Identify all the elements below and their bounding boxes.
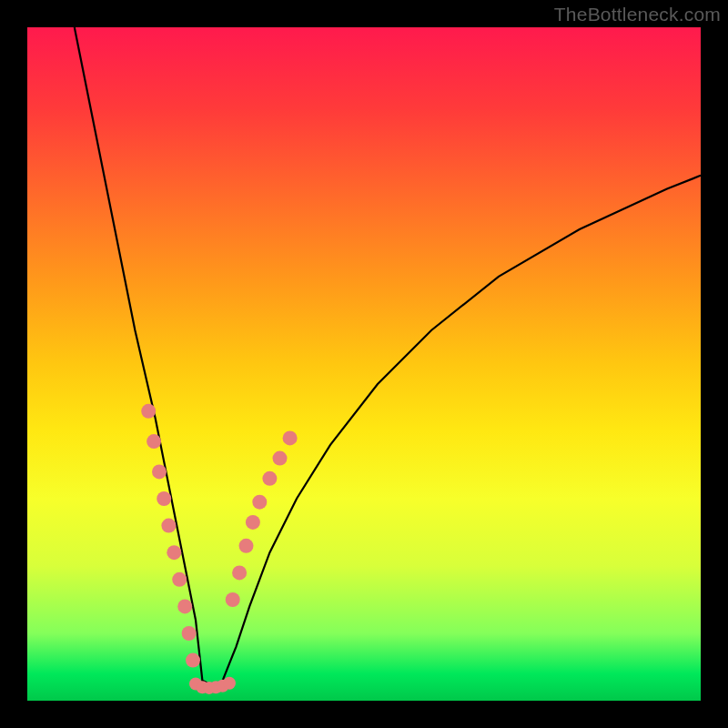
chart-frame: TheBottleneck.com	[0, 0, 728, 728]
data-dot	[141, 404, 156, 419]
watermark-text: TheBottleneck.com	[554, 4, 721, 25]
data-dot	[232, 565, 247, 580]
data-dot	[239, 539, 254, 553]
data-dot	[262, 471, 277, 486]
data-dot	[152, 464, 167, 479]
bottleneck-curve	[75, 27, 701, 687]
data-dot	[226, 592, 240, 607]
data-dot	[186, 653, 200, 668]
data-dot	[223, 677, 236, 690]
data-dot	[177, 599, 192, 613]
data-dot	[283, 430, 298, 445]
trough-dots	[189, 677, 236, 694]
data-dot	[147, 434, 161, 449]
data-dot	[157, 491, 171, 506]
data-dot	[167, 545, 181, 560]
curve-svg	[27, 27, 701, 701]
left-branch-dots	[141, 404, 200, 668]
data-dot	[172, 572, 187, 587]
data-dot	[246, 515, 260, 530]
data-dot	[161, 519, 176, 533]
plot-area	[27, 27, 701, 701]
data-dot	[273, 451, 288, 466]
data-dot	[182, 626, 197, 641]
data-dot	[252, 495, 267, 510]
